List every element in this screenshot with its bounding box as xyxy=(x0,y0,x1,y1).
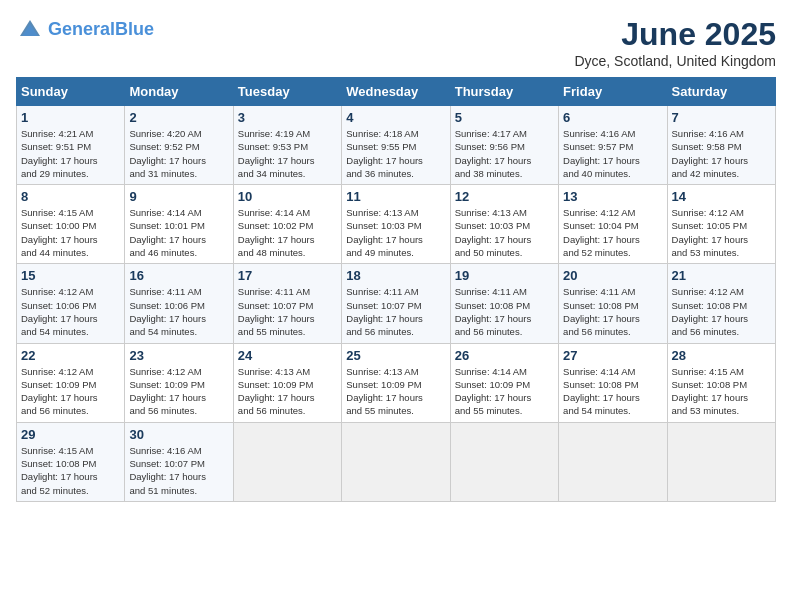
day-number: 22 xyxy=(21,348,120,363)
calendar-week-2: 8Sunrise: 4:15 AM Sunset: 10:00 PM Dayli… xyxy=(17,185,776,264)
day-info: Sunrise: 4:19 AM Sunset: 9:53 PM Dayligh… xyxy=(238,127,337,180)
calendar-cell xyxy=(667,422,775,501)
day-info: Sunrise: 4:12 AM Sunset: 10:09 PM Daylig… xyxy=(21,365,120,418)
calendar-cell: 21Sunrise: 4:12 AM Sunset: 10:08 PM Dayl… xyxy=(667,264,775,343)
calendar-title: June 2025 xyxy=(574,16,776,53)
calendar-cell: 30Sunrise: 4:16 AM Sunset: 10:07 PM Dayl… xyxy=(125,422,233,501)
day-number: 26 xyxy=(455,348,554,363)
day-number: 7 xyxy=(672,110,771,125)
day-info: Sunrise: 4:11 AM Sunset: 10:08 PM Daylig… xyxy=(455,285,554,338)
day-number: 6 xyxy=(563,110,662,125)
weekday-header-thursday: Thursday xyxy=(450,78,558,106)
calendar-cell: 9Sunrise: 4:14 AM Sunset: 10:01 PM Dayli… xyxy=(125,185,233,264)
day-info: Sunrise: 4:11 AM Sunset: 10:07 PM Daylig… xyxy=(346,285,445,338)
weekday-header-saturday: Saturday xyxy=(667,78,775,106)
weekday-header-sunday: Sunday xyxy=(17,78,125,106)
day-info: Sunrise: 4:14 AM Sunset: 10:08 PM Daylig… xyxy=(563,365,662,418)
day-info: Sunrise: 4:16 AM Sunset: 9:58 PM Dayligh… xyxy=(672,127,771,180)
day-number: 15 xyxy=(21,268,120,283)
day-number: 24 xyxy=(238,348,337,363)
day-info: Sunrise: 4:11 AM Sunset: 10:07 PM Daylig… xyxy=(238,285,337,338)
day-info: Sunrise: 4:13 AM Sunset: 10:03 PM Daylig… xyxy=(346,206,445,259)
calendar-cell: 29Sunrise: 4:15 AM Sunset: 10:08 PM Dayl… xyxy=(17,422,125,501)
calendar-cell: 26Sunrise: 4:14 AM Sunset: 10:09 PM Dayl… xyxy=(450,343,558,422)
calendar-cell: 2Sunrise: 4:20 AM Sunset: 9:52 PM Daylig… xyxy=(125,106,233,185)
calendar-cell: 13Sunrise: 4:12 AM Sunset: 10:04 PM Dayl… xyxy=(559,185,667,264)
day-info: Sunrise: 4:14 AM Sunset: 10:02 PM Daylig… xyxy=(238,206,337,259)
calendar-cell: 18Sunrise: 4:11 AM Sunset: 10:07 PM Dayl… xyxy=(342,264,450,343)
day-number: 29 xyxy=(21,427,120,442)
header: GeneralBlue June 2025 Dyce, Scotland, Un… xyxy=(16,16,776,69)
calendar-cell: 1Sunrise: 4:21 AM Sunset: 9:51 PM Daylig… xyxy=(17,106,125,185)
day-number: 30 xyxy=(129,427,228,442)
logo-line1: General xyxy=(48,19,115,39)
day-info: Sunrise: 4:12 AM Sunset: 10:04 PM Daylig… xyxy=(563,206,662,259)
weekday-header-tuesday: Tuesday xyxy=(233,78,341,106)
calendar-cell xyxy=(233,422,341,501)
logo-text: GeneralBlue xyxy=(48,20,154,40)
day-number: 28 xyxy=(672,348,771,363)
calendar-cell: 5Sunrise: 4:17 AM Sunset: 9:56 PM Daylig… xyxy=(450,106,558,185)
calendar-cell: 28Sunrise: 4:15 AM Sunset: 10:08 PM Dayl… xyxy=(667,343,775,422)
day-info: Sunrise: 4:13 AM Sunset: 10:09 PM Daylig… xyxy=(346,365,445,418)
calendar-cell: 8Sunrise: 4:15 AM Sunset: 10:00 PM Dayli… xyxy=(17,185,125,264)
calendar-cell xyxy=(559,422,667,501)
day-info: Sunrise: 4:13 AM Sunset: 10:03 PM Daylig… xyxy=(455,206,554,259)
calendar-cell: 19Sunrise: 4:11 AM Sunset: 10:08 PM Dayl… xyxy=(450,264,558,343)
day-number: 20 xyxy=(563,268,662,283)
calendar-cell: 15Sunrise: 4:12 AM Sunset: 10:06 PM Dayl… xyxy=(17,264,125,343)
day-info: Sunrise: 4:12 AM Sunset: 10:05 PM Daylig… xyxy=(672,206,771,259)
weekday-header-friday: Friday xyxy=(559,78,667,106)
day-number: 2 xyxy=(129,110,228,125)
day-info: Sunrise: 4:12 AM Sunset: 10:08 PM Daylig… xyxy=(672,285,771,338)
day-number: 18 xyxy=(346,268,445,283)
day-number: 17 xyxy=(238,268,337,283)
calendar-cell xyxy=(450,422,558,501)
calendar-cell: 11Sunrise: 4:13 AM Sunset: 10:03 PM Dayl… xyxy=(342,185,450,264)
title-area: June 2025 Dyce, Scotland, United Kingdom xyxy=(574,16,776,69)
calendar-cell: 4Sunrise: 4:18 AM Sunset: 9:55 PM Daylig… xyxy=(342,106,450,185)
logo-line2: Blue xyxy=(115,19,154,39)
day-number: 19 xyxy=(455,268,554,283)
day-info: Sunrise: 4:21 AM Sunset: 9:51 PM Dayligh… xyxy=(21,127,120,180)
day-info: Sunrise: 4:11 AM Sunset: 10:06 PM Daylig… xyxy=(129,285,228,338)
calendar-cell: 16Sunrise: 4:11 AM Sunset: 10:06 PM Dayl… xyxy=(125,264,233,343)
day-number: 12 xyxy=(455,189,554,204)
day-number: 8 xyxy=(21,189,120,204)
calendar-week-1: 1Sunrise: 4:21 AM Sunset: 9:51 PM Daylig… xyxy=(17,106,776,185)
calendar-cell: 23Sunrise: 4:12 AM Sunset: 10:09 PM Dayl… xyxy=(125,343,233,422)
day-info: Sunrise: 4:20 AM Sunset: 9:52 PM Dayligh… xyxy=(129,127,228,180)
calendar-cell: 20Sunrise: 4:11 AM Sunset: 10:08 PM Dayl… xyxy=(559,264,667,343)
day-number: 21 xyxy=(672,268,771,283)
calendar-week-5: 29Sunrise: 4:15 AM Sunset: 10:08 PM Dayl… xyxy=(17,422,776,501)
day-info: Sunrise: 4:15 AM Sunset: 10:08 PM Daylig… xyxy=(21,444,120,497)
day-info: Sunrise: 4:17 AM Sunset: 9:56 PM Dayligh… xyxy=(455,127,554,180)
calendar-week-4: 22Sunrise: 4:12 AM Sunset: 10:09 PM Dayl… xyxy=(17,343,776,422)
day-number: 16 xyxy=(129,268,228,283)
day-number: 13 xyxy=(563,189,662,204)
day-number: 23 xyxy=(129,348,228,363)
day-info: Sunrise: 4:11 AM Sunset: 10:08 PM Daylig… xyxy=(563,285,662,338)
calendar-cell: 7Sunrise: 4:16 AM Sunset: 9:58 PM Daylig… xyxy=(667,106,775,185)
day-info: Sunrise: 4:12 AM Sunset: 10:06 PM Daylig… xyxy=(21,285,120,338)
calendar-cell: 22Sunrise: 4:12 AM Sunset: 10:09 PM Dayl… xyxy=(17,343,125,422)
day-number: 3 xyxy=(238,110,337,125)
day-info: Sunrise: 4:15 AM Sunset: 10:00 PM Daylig… xyxy=(21,206,120,259)
calendar-cell: 12Sunrise: 4:13 AM Sunset: 10:03 PM Dayl… xyxy=(450,185,558,264)
calendar-table: SundayMondayTuesdayWednesdayThursdayFrid… xyxy=(16,77,776,502)
logo-icon xyxy=(16,16,44,44)
day-info: Sunrise: 4:14 AM Sunset: 10:01 PM Daylig… xyxy=(129,206,228,259)
calendar-subtitle: Dyce, Scotland, United Kingdom xyxy=(574,53,776,69)
calendar-week-3: 15Sunrise: 4:12 AM Sunset: 10:06 PM Dayl… xyxy=(17,264,776,343)
day-info: Sunrise: 4:14 AM Sunset: 10:09 PM Daylig… xyxy=(455,365,554,418)
day-info: Sunrise: 4:16 AM Sunset: 10:07 PM Daylig… xyxy=(129,444,228,497)
day-info: Sunrise: 4:18 AM Sunset: 9:55 PM Dayligh… xyxy=(346,127,445,180)
calendar-cell: 14Sunrise: 4:12 AM Sunset: 10:05 PM Dayl… xyxy=(667,185,775,264)
calendar-cell: 17Sunrise: 4:11 AM Sunset: 10:07 PM Dayl… xyxy=(233,264,341,343)
calendar-cell: 27Sunrise: 4:14 AM Sunset: 10:08 PM Dayl… xyxy=(559,343,667,422)
day-number: 9 xyxy=(129,189,228,204)
day-number: 27 xyxy=(563,348,662,363)
day-info: Sunrise: 4:16 AM Sunset: 9:57 PM Dayligh… xyxy=(563,127,662,180)
day-number: 10 xyxy=(238,189,337,204)
logo: GeneralBlue xyxy=(16,16,154,44)
